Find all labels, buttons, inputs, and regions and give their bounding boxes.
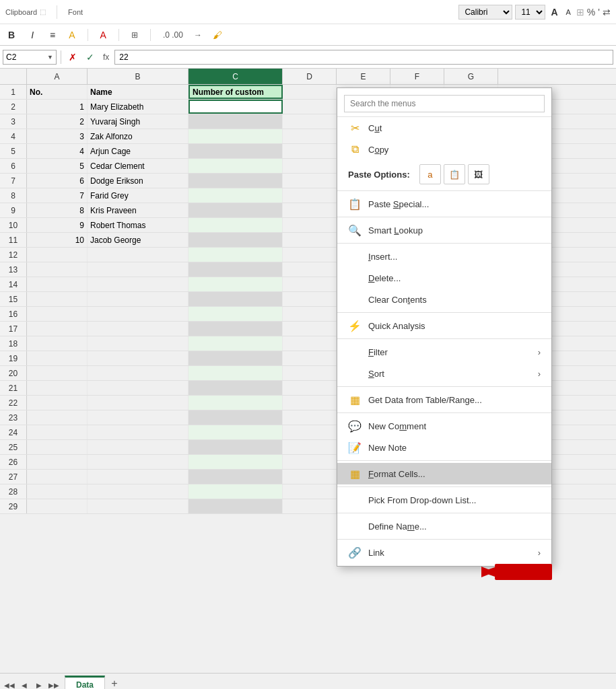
cell-b[interactable]: Robert Thomas: [88, 218, 189, 232]
cell-c[interactable]: [189, 351, 283, 365]
menu-item-format-cells[interactable]: ▦Format Cells...: [337, 463, 551, 484]
cell-a[interactable]: [27, 262, 88, 277]
italic-button[interactable]: I: [28, 28, 36, 42]
col-header-b[interactable]: B: [88, 69, 189, 84]
cell-d[interactable]: [283, 85, 337, 99]
menu-item-copy[interactable]: ⧉Copy: [337, 139, 551, 160]
cell-c[interactable]: [189, 499, 283, 513]
paste-icon-1[interactable]: a: [419, 164, 441, 184]
cell-a[interactable]: 7: [27, 188, 88, 203]
font-name-select[interactable]: Calibri: [458, 5, 512, 20]
cell-b[interactable]: [88, 381, 189, 395]
sheet-tab-data[interactable]: Data: [65, 676, 105, 689]
cell-c[interactable]: [189, 336, 283, 351]
cell-a[interactable]: [27, 455, 88, 469]
menu-item-get-data[interactable]: ▦Get Data from Table/Range...: [337, 389, 551, 410]
cell-c[interactable]: [189, 484, 283, 499]
cell-c[interactable]: [189, 188, 283, 203]
cell-d[interactable]: [283, 277, 337, 291]
cell-b[interactable]: [88, 351, 189, 365]
cell-c[interactable]: [189, 100, 283, 114]
cell-d[interactable]: [283, 203, 337, 217]
cell-b[interactable]: [88, 440, 189, 454]
cell-d[interactable]: [283, 159, 337, 173]
cell-b[interactable]: [88, 425, 189, 439]
cell-c[interactable]: [189, 159, 283, 173]
cell-d[interactable]: [283, 218, 337, 232]
cell-b[interactable]: [88, 499, 189, 513]
cell-a[interactable]: [27, 381, 88, 395]
cell-d[interactable]: [283, 381, 337, 395]
menu-item-quick-analysis[interactable]: ⚡Quick Analysis: [337, 315, 551, 336]
col-header-a[interactable]: A: [27, 69, 88, 84]
cell-c[interactable]: [189, 114, 283, 129]
cell-c[interactable]: [189, 381, 283, 395]
menu-item-clear-contents[interactable]: Clear Contents: [337, 289, 551, 310]
cell-c[interactable]: [189, 174, 283, 188]
cell-a[interactable]: [27, 425, 88, 439]
font-increase-btn[interactable]: A: [548, 5, 560, 19]
menu-item-pick-dropdown[interactable]: Pick From Drop-down List...: [337, 489, 551, 511]
cell-c[interactable]: [189, 218, 283, 232]
cell-c[interactable]: [189, 440, 283, 454]
cell-d[interactable]: [283, 233, 337, 247]
cell-b[interactable]: [88, 248, 189, 262]
cell-a[interactable]: [27, 366, 88, 380]
cell-a[interactable]: [27, 484, 88, 499]
menu-item-new-note[interactable]: 📝New Note: [337, 437, 551, 458]
cell-b[interactable]: [88, 292, 189, 306]
cell-a[interactable]: 2: [27, 114, 88, 129]
cell-a[interactable]: [27, 307, 88, 321]
cell-b[interactable]: [88, 336, 189, 351]
cell-c[interactable]: [189, 262, 283, 277]
cell-d[interactable]: [283, 351, 337, 365]
nav-first-btn[interactable]: ◀◀: [3, 678, 16, 689]
cell-d[interactable]: [283, 100, 337, 114]
cell-b[interactable]: [88, 307, 189, 321]
menu-item-smart-lookup[interactable]: 🔍Smart Lookup: [337, 219, 551, 241]
cell-a[interactable]: 5: [27, 159, 88, 173]
cell-a[interactable]: [27, 292, 88, 306]
cell-b[interactable]: Arjun Cage: [88, 144, 189, 158]
cell-a[interactable]: [27, 440, 88, 454]
cell-a[interactable]: 6: [27, 174, 88, 188]
cell-c[interactable]: Number of custom: [189, 85, 283, 99]
cell-a[interactable]: [27, 336, 88, 351]
cell-c[interactable]: [189, 233, 283, 247]
cell-c[interactable]: [189, 470, 283, 484]
cell-c[interactable]: [189, 129, 283, 143]
cell-c[interactable]: [189, 277, 283, 291]
cell-c[interactable]: [189, 410, 283, 425]
cell-a[interactable]: [27, 277, 88, 291]
col-header-g[interactable]: G: [444, 69, 498, 84]
cell-a[interactable]: [27, 396, 88, 410]
cell-d[interactable]: [283, 174, 337, 188]
cell-c[interactable]: [189, 144, 283, 158]
cell-a[interactable]: [27, 410, 88, 425]
cell-d[interactable]: [283, 366, 337, 380]
cell-c[interactable]: [189, 455, 283, 469]
cell-d[interactable]: [283, 336, 337, 351]
cell-b[interactable]: Yuvaraj Singh: [88, 114, 189, 129]
menu-item-sort[interactable]: Sort›: [337, 363, 551, 384]
col-header-d[interactable]: D: [283, 69, 337, 84]
cell-d[interactable]: [283, 425, 337, 439]
add-sheet-btn[interactable]: +: [106, 676, 123, 689]
cell-d[interactable]: [283, 262, 337, 277]
cell-b[interactable]: [88, 262, 189, 277]
cell-b[interactable]: Dodge Erikson: [88, 174, 189, 188]
cell-c[interactable]: [189, 307, 283, 321]
cell-a[interactable]: 8: [27, 203, 88, 217]
cell-a[interactable]: [27, 499, 88, 513]
cell-b[interactable]: Jacob George: [88, 233, 189, 247]
cell-a[interactable]: 3: [27, 129, 88, 143]
cell-d[interactable]: [283, 188, 337, 203]
cell-d[interactable]: [283, 470, 337, 484]
cell-b[interactable]: [88, 470, 189, 484]
col-header-f[interactable]: F: [390, 69, 444, 84]
col-header-c[interactable]: C: [189, 69, 283, 84]
nav-next-btn[interactable]: ▶: [32, 678, 46, 689]
cell-b[interactable]: [88, 366, 189, 380]
cell-a[interactable]: 1: [27, 100, 88, 114]
cell-c[interactable]: [189, 248, 283, 262]
